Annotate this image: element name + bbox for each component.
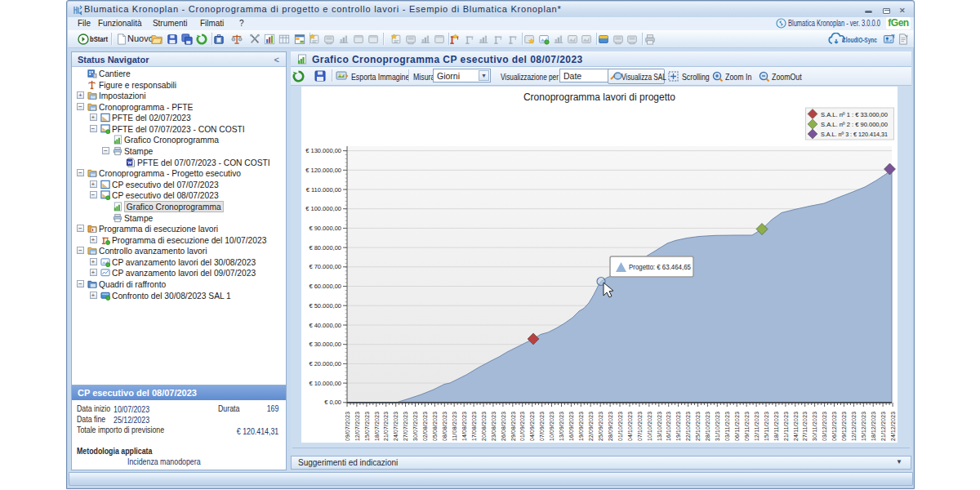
svg-text:S.A.L. nº 3 : € 120.414,31: S.A.L. nº 3 : € 120.414,31 — [821, 131, 888, 138]
svg-text:08/08/2023: 08/08/2023 — [442, 412, 448, 441]
svg-text:01/10/2023: 01/10/2023 — [617, 412, 623, 441]
svg-text:18/07/2023: 18/07/2023 — [374, 412, 380, 441]
svg-text:€ 70.000,00: € 70.000,00 — [309, 263, 341, 270]
svg-text:€ 100.000,00: € 100.000,00 — [305, 205, 341, 212]
svg-text:22/09/2023: 22/09/2023 — [588, 412, 594, 441]
svg-text:05/08/2023: 05/08/2023 — [432, 412, 438, 441]
svg-text:29/08/2023: 29/08/2023 — [510, 412, 516, 441]
svg-text:04/09/2023: 04/09/2023 — [529, 412, 535, 441]
svg-text:10/09/2023: 10/09/2023 — [549, 412, 555, 441]
svg-text:04/10/2023: 04/10/2023 — [627, 412, 633, 441]
svg-text:23/08/2023: 23/08/2023 — [491, 412, 497, 441]
svg-text:21/07/2023: 21/07/2023 — [383, 412, 389, 441]
svg-text:07/10/2023: 07/10/2023 — [637, 412, 643, 441]
svg-text:28/10/2023: 28/10/2023 — [705, 412, 710, 441]
svg-text:12/11/2023: 12/11/2023 — [754, 412, 760, 441]
svg-text:20/08/2023: 20/08/2023 — [481, 412, 487, 441]
svg-text:27/07/2023: 27/07/2023 — [403, 412, 408, 441]
svg-text:01/09/2023: 01/09/2023 — [519, 412, 525, 441]
svg-text:€ 80.000,00: € 80.000,00 — [309, 244, 341, 252]
svg-text:11/08/2023: 11/08/2023 — [452, 412, 457, 441]
svg-text:€ 130.000,00: € 130.000,00 — [305, 147, 341, 154]
svg-text:18/11/2023: 18/11/2023 — [773, 412, 779, 441]
svg-text:€ 90.000,00: € 90.000,00 — [309, 225, 341, 232]
svg-text:€ 50.000,00: € 50.000,00 — [309, 302, 341, 310]
svg-text:€ 0,00: € 0,00 — [324, 399, 341, 406]
svg-text:24/11/2023: 24/11/2023 — [793, 412, 799, 441]
svg-text:25/10/2023: 25/10/2023 — [695, 412, 701, 441]
svg-text:02/08/2023: 02/08/2023 — [422, 412, 428, 441]
svg-text:30/11/2023: 30/11/2023 — [812, 412, 817, 441]
svg-text:Progetto: € 63.464,65: Progetto: € 63.464,65 — [629, 262, 691, 271]
svg-text:€ 110.000,00: € 110.000,00 — [306, 186, 341, 194]
svg-text:19/09/2023: 19/09/2023 — [578, 412, 584, 441]
svg-text:25/09/2023: 25/09/2023 — [598, 412, 604, 441]
svg-text:18/12/2023: 18/12/2023 — [871, 412, 876, 441]
svg-text:15/07/2023: 15/07/2023 — [364, 412, 370, 441]
svg-text:€ 40.000,00: € 40.000,00 — [309, 322, 341, 329]
svg-text:13/10/2023: 13/10/2023 — [657, 412, 662, 441]
svg-text:17/08/2023: 17/08/2023 — [471, 412, 477, 441]
svg-text:€ 30.000,00: € 30.000,00 — [309, 341, 341, 348]
svg-text:27/11/2023: 27/11/2023 — [802, 412, 808, 441]
svg-text:13/09/2023: 13/09/2023 — [559, 412, 564, 441]
svg-text:€ 20.000,00: € 20.000,00 — [309, 360, 341, 368]
svg-text:09/11/2023: 09/11/2023 — [744, 412, 750, 441]
svg-text:30/07/2023: 30/07/2023 — [412, 412, 418, 441]
svg-text:26/08/2023: 26/08/2023 — [501, 412, 506, 441]
svg-text:Cronoprogramma lavori di proge: Cronoprogramma lavori di progetto — [523, 91, 675, 103]
svg-text:12/07/2023: 12/07/2023 — [354, 412, 360, 441]
svg-text:12/12/2023: 12/12/2023 — [851, 412, 857, 441]
svg-text:16/09/2023: 16/09/2023 — [568, 412, 574, 441]
svg-text:28/09/2023: 28/09/2023 — [608, 412, 613, 441]
svg-text:19/10/2023: 19/10/2023 — [675, 412, 681, 441]
svg-text:21/11/2023: 21/11/2023 — [783, 412, 789, 441]
svg-text:14/08/2023: 14/08/2023 — [461, 412, 467, 441]
svg-text:21/12/2023: 21/12/2023 — [880, 412, 886, 441]
svg-text:06/12/2023: 06/12/2023 — [831, 412, 837, 441]
svg-text:06/11/2023: 06/11/2023 — [734, 412, 740, 441]
svg-text:09/07/2023: 09/07/2023 — [345, 412, 350, 441]
svg-text:22/10/2023: 22/10/2023 — [685, 412, 691, 441]
svg-text:€ 60.000,00: € 60.000,00 — [309, 283, 341, 290]
svg-text:15/11/2023: 15/11/2023 — [764, 412, 769, 441]
svg-text:S.A.L. nº 1 : € 33.000,00: S.A.L. nº 1 : € 33.000,00 — [821, 111, 889, 118]
svg-text:S.A.L. nº 2 : € 90.000,00: S.A.L. nº 2 : € 90.000,00 — [821, 121, 889, 128]
svg-text:09/12/2023: 09/12/2023 — [841, 412, 847, 441]
svg-text:24/07/2023: 24/07/2023 — [393, 412, 399, 441]
svg-text:16/10/2023: 16/10/2023 — [666, 412, 671, 441]
svg-text:€ 10.000,00: € 10.000,00 — [309, 380, 341, 387]
svg-text:24/12/2023: 24/12/2023 — [890, 412, 896, 441]
svg-text:€ 120.000,00: € 120.000,00 — [305, 167, 341, 174]
svg-text:10/10/2023: 10/10/2023 — [647, 412, 653, 441]
svg-text:15/12/2023: 15/12/2023 — [861, 412, 866, 441]
svg-text:03/11/2023: 03/11/2023 — [724, 412, 730, 441]
svg-text:31/10/2023: 31/10/2023 — [715, 412, 720, 441]
svg-text:03/12/2023: 03/12/2023 — [822, 412, 827, 441]
svg-text:07/09/2023: 07/09/2023 — [539, 412, 545, 441]
